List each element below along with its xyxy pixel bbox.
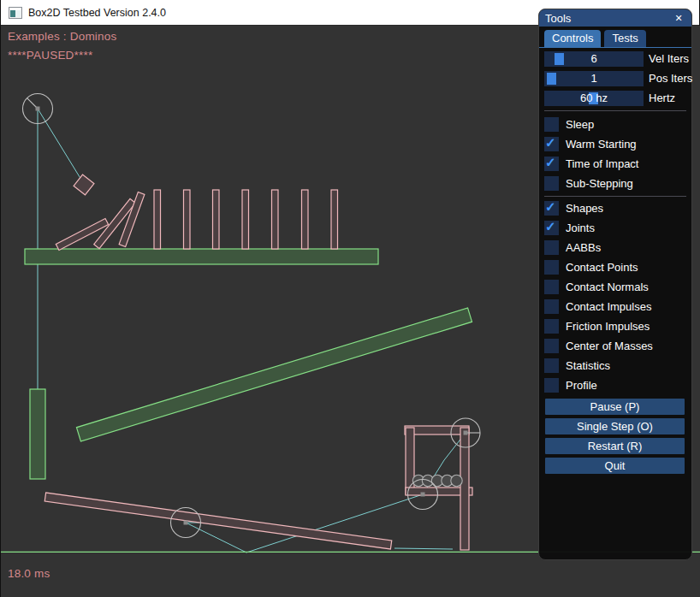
hertz-slider[interactable]: 60 hz Hertz: [544, 91, 691, 106]
seesaw-plank[interactable]: [44, 493, 392, 549]
domino[interactable]: [184, 190, 191, 249]
pos-iters-slider[interactable]: 1 Pos Iters: [544, 71, 691, 86]
tab-tests[interactable]: Tests: [604, 30, 645, 47]
checkbox-row-contact-impulses[interactable]: Contact Impulses: [544, 299, 691, 314]
domino[interactable]: [302, 190, 309, 249]
quit-button[interactable]: Quit: [545, 458, 685, 474]
checkbox-row-aabbs[interactable]: AABBs: [544, 240, 691, 255]
paused-label: ****PAUSED****: [8, 49, 92, 62]
slider-value: 60 hz: [544, 91, 644, 106]
checkbox[interactable]: [544, 137, 559, 151]
window-title: Box2D Testbed Version 2.4.0: [28, 7, 166, 19]
checkbox-label: Contact Impulses: [566, 300, 651, 313]
joint-line: [38, 109, 84, 184]
ball[interactable]: [451, 475, 462, 486]
checkbox[interactable]: [544, 280, 559, 294]
checkbox-label: Profile: [566, 379, 597, 392]
domino[interactable]: [272, 190, 279, 249]
checkbox-row-sleep[interactable]: Sleep: [544, 117, 691, 132]
checkbox-row-friction-impulses[interactable]: Friction Impulses: [544, 319, 691, 334]
checkbox-label: Shapes: [566, 202, 603, 215]
checkbox-label: Sub-Stepping: [566, 177, 633, 190]
checkbox-row-sub-stepping[interactable]: Sub-Stepping: [544, 176, 691, 191]
checkbox[interactable]: [544, 117, 559, 132]
checkbox[interactable]: [544, 240, 559, 255]
checkbox-row-profile[interactable]: Profile: [544, 378, 691, 393]
checkbox[interactable]: [544, 299, 559, 314]
checkbox-label: Sleep: [566, 118, 594, 131]
app-window: Box2D Testbed Version 2.4.0 — □ ✕: [0, 0, 700, 597]
checkbox[interactable]: [544, 201, 559, 216]
restart-button[interactable]: Restart (R): [545, 438, 685, 454]
slider-label: Vel Iters: [649, 51, 689, 67]
checkbox-label: Statistics: [566, 359, 610, 372]
checkbox-label: Warm Starting: [566, 138, 637, 151]
vertical-post: [30, 389, 45, 479]
frame-right-leg[interactable]: [460, 428, 469, 550]
panel-close-icon[interactable]: ✕: [672, 11, 685, 25]
ramp: [76, 308, 472, 441]
checkbox[interactable]: [544, 260, 559, 275]
checkbox[interactable]: [544, 358, 559, 373]
checkbox[interactable]: [544, 221, 559, 235]
checkbox-row-shapes[interactable]: Shapes: [544, 201, 691, 216]
vel-iters-slider[interactable]: 6 Vel Iters: [544, 51, 691, 67]
checkbox-row-statistics[interactable]: Statistics: [544, 358, 691, 373]
checkbox[interactable]: [544, 378, 559, 393]
joint-line: [394, 548, 453, 549]
pause-button[interactable]: Pause (P): [545, 399, 685, 415]
body-center-markers: [36, 107, 468, 525]
slider-label: Hertz: [649, 91, 675, 106]
checkbox-label: AABBs: [566, 241, 601, 254]
pendulum-box[interactable]: [74, 174, 94, 195]
tools-panel-title: Tools: [545, 12, 571, 25]
tools-panel-titlebar[interactable]: Tools ✕: [539, 9, 691, 27]
domino[interactable]: [331, 190, 338, 249]
checkbox[interactable]: [544, 339, 559, 353]
static-bodies: [25, 249, 472, 479]
checkbox-row-warm-starting[interactable]: Warm Starting: [544, 137, 691, 151]
checkbox-label: Time of Impact: [566, 157, 638, 170]
app-icon: [9, 7, 22, 19]
checkbox-label: Friction Impulses: [566, 320, 650, 333]
single-step-button[interactable]: Single Step (O): [545, 418, 685, 434]
checkbox-label: Center of Masses: [566, 340, 653, 352]
domino[interactable]: [213, 190, 220, 249]
domino-shelf: [25, 249, 378, 264]
separator: [544, 196, 686, 197]
checkbox-row-joints[interactable]: Joints: [544, 221, 691, 235]
slider-value: 6: [544, 51, 644, 67]
slider-label: Pos Iters: [649, 71, 692, 86]
frame-time-label: 18.0 ms: [8, 567, 50, 580]
example-label: Examples : Dominos: [8, 30, 116, 43]
checkbox[interactable]: [544, 157, 559, 171]
domino[interactable]: [242, 190, 249, 249]
separator: [544, 110, 686, 111]
panel-content: 6 Vel Iters 1 Pos Iters 60 hz Hertz Slee…: [539, 48, 691, 474]
tab-bar: Controls Tests: [539, 27, 691, 48]
checkbox-row-time-of-impact[interactable]: Time of Impact: [544, 157, 691, 171]
checkbox-row-contact-points[interactable]: Contact Points: [544, 260, 691, 275]
checkbox[interactable]: [544, 176, 559, 191]
button-group: Pause (P) Single Step (O) Restart (R) Qu…: [544, 399, 691, 474]
domino[interactable]: [154, 190, 161, 249]
checkbox[interactable]: [544, 319, 559, 334]
checkbox-row-contact-normals[interactable]: Contact Normals: [544, 280, 691, 294]
checkbox-row-center-of-masses[interactable]: Center of Masses: [544, 339, 691, 353]
checkbox-label: Contact Points: [566, 261, 638, 274]
shelf-balls[interactable]: [412, 475, 462, 486]
tools-panel: Tools ✕ Controls Tests 6 Vel Iters 1 Pos…: [538, 9, 692, 560]
tab-controls[interactable]: Controls: [544, 30, 601, 47]
frame-left-leg[interactable]: [406, 428, 414, 494]
slider-value: 1: [544, 71, 644, 86]
checkbox-label: Joints: [566, 222, 595, 234]
checkbox-label: Contact Normals: [566, 281, 649, 293]
